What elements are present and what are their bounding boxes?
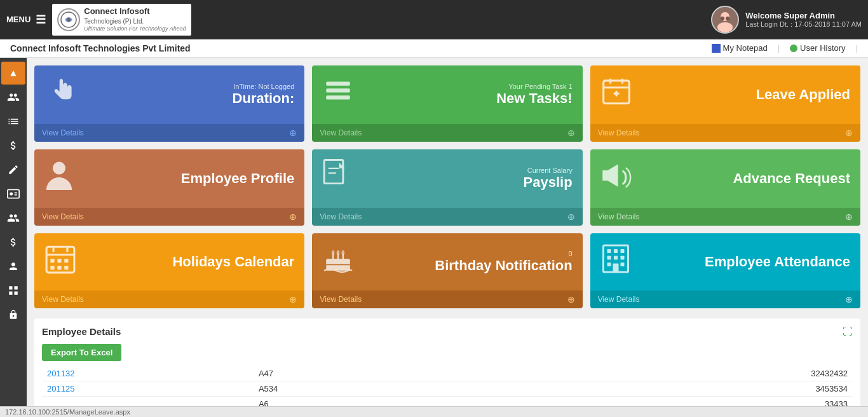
arrow-icon-profile: ⊕ xyxy=(289,212,297,222)
svg-rect-20 xyxy=(57,266,61,270)
card-view-holidays[interactable]: View Details xyxy=(42,295,84,304)
sidebar-item-dollar[interactable] xyxy=(1,134,25,157)
emp-col5-1 xyxy=(532,366,590,381)
menu-label: MENU xyxy=(6,15,31,24)
card-view-attendance[interactable]: View Details xyxy=(42,128,84,137)
card-text-birthday: 0 Birthday Notification xyxy=(435,250,572,274)
svg-rect-18 xyxy=(64,259,68,263)
user-history-link[interactable]: User History xyxy=(790,43,846,53)
building-icon xyxy=(600,243,631,281)
sidebar-item-lock[interactable] xyxy=(1,303,25,326)
card-view-tasks[interactable]: View Details xyxy=(320,128,362,137)
card-footer-holidays[interactable]: View Details ⊕ xyxy=(34,291,304,308)
card-employee-profile[interactable]: Employee Profile View Details ⊕ xyxy=(34,149,304,226)
export-to-excel-button[interactable]: Export To Excel xyxy=(42,344,121,361)
arrow-icon-tasks: ⊕ xyxy=(567,128,575,138)
employee-section-title: Employee Details xyxy=(42,326,121,337)
card-new-tasks[interactable]: Your Pending Task 1 New Tasks! View Deta… xyxy=(312,65,582,142)
emp-col5-2 xyxy=(532,381,590,396)
emp-code-1: A47 xyxy=(254,366,419,381)
svg-rect-34 xyxy=(614,256,618,259)
card-text-holidays: Holidays Calendar xyxy=(172,254,294,270)
calendar-plus-icon xyxy=(600,76,632,114)
card-body-profile: Employee Profile xyxy=(34,149,304,208)
card-advance-request[interactable]: Advance Request View Details ⊕ xyxy=(590,149,860,226)
emp-id-1[interactable]: 201132 xyxy=(42,366,254,381)
card-footer-advance[interactable]: View Details ⊕ xyxy=(590,208,860,226)
sidebar-item-people2[interactable] xyxy=(1,207,25,229)
welcome-text: Welcome Super Admin xyxy=(745,11,862,20)
notepad-icon xyxy=(712,44,721,53)
menu-section: MENU ☰ xyxy=(6,13,46,27)
svg-point-26 xyxy=(332,250,335,255)
table-row: 201132 A47 32432432 xyxy=(42,366,853,381)
card-text-profile: Employee Profile xyxy=(181,170,295,187)
history-dot-icon xyxy=(790,44,797,52)
emp-col5-3 xyxy=(532,396,590,406)
card-employee-attendance[interactable]: Employee Attendance View Details ⊕ xyxy=(590,233,860,308)
card-view-payslip[interactable]: View Details xyxy=(320,212,362,221)
card-footer-profile[interactable]: View Details ⊕ xyxy=(34,208,304,226)
main-layout: ▲ xyxy=(0,58,868,406)
svg-point-4 xyxy=(717,22,733,32)
card-leave-applied[interactable]: Leave Applied View Details ⊕ xyxy=(590,65,860,142)
sidebar-item-users[interactable] xyxy=(1,86,25,109)
card-attendance[interactable]: InTime: Not Logged Duration: View Detail… xyxy=(34,65,304,142)
card-footer-leave[interactable]: View Details ⊕ xyxy=(590,124,860,142)
card-text-payslip: Current Salary Payslip xyxy=(524,167,573,191)
svg-rect-11 xyxy=(327,95,351,99)
card-footer-payslip[interactable]: View Details ⊕ xyxy=(312,208,582,226)
sub-header: Connect Infosoft Technologies Pvt Limite… xyxy=(0,39,868,58)
card-title-holidays: Holidays Calendar xyxy=(172,254,294,270)
svg-rect-38 xyxy=(613,263,618,272)
emp-id-3[interactable] xyxy=(42,396,254,406)
emp-id-2[interactable]: 201125 xyxy=(42,381,254,396)
sidebar-item-edit[interactable] xyxy=(1,158,25,181)
card-payslip[interactable]: Current Salary Payslip View Details ⊕ xyxy=(312,149,582,226)
last-login-text: Last Login Dt. : 17-05-2018 11:07 AM xyxy=(745,20,862,28)
card-footer-emp-attendance[interactable]: View Details ⊕ xyxy=(590,291,860,308)
card-view-leave[interactable]: View Details xyxy=(598,128,640,137)
card-birthday[interactable]: 0 Birthday Notification View Details ⊕ xyxy=(312,233,582,308)
avatar-svg xyxy=(712,7,738,32)
card-body-attendance: InTime: Not Logged Duration: xyxy=(34,65,304,124)
card-view-emp-attendance[interactable]: View Details xyxy=(598,295,640,304)
view-details-holidays: View Details xyxy=(42,295,84,304)
employee-table: 201132 A47 32432432 201125 A534 3453534 xyxy=(42,366,853,406)
svg-rect-17 xyxy=(57,259,61,263)
hamburger-icon[interactable]: ☰ xyxy=(36,13,46,27)
expand-icon[interactable]: ⛶ xyxy=(843,326,853,338)
arrow-icon-leave: ⊕ xyxy=(845,128,853,138)
sidebar-item-id[interactable] xyxy=(1,182,25,205)
sidebar-item-list[interactable] xyxy=(1,110,25,133)
card-footer-birthday[interactable]: View Details ⊕ xyxy=(312,291,582,308)
view-details-emp-attendance: View Details xyxy=(598,295,640,304)
logo-tagline: Ultimate Solution For Technology Ahead xyxy=(84,25,186,33)
card-view-birthday[interactable]: View Details xyxy=(320,295,362,304)
card-body-advance: Advance Request xyxy=(590,149,860,208)
notepad-link[interactable]: My Notepad xyxy=(712,43,768,53)
card-view-advance[interactable]: View Details xyxy=(598,212,640,221)
employee-table-body: 201132 A47 32432432 201125 A534 3453534 xyxy=(42,366,853,406)
svg-rect-32 xyxy=(620,249,624,253)
sidebar-item-profile[interactable] xyxy=(1,255,25,278)
divider-1: | xyxy=(778,43,780,53)
sidebar-item-grid[interactable] xyxy=(1,279,25,302)
sidebar-item-dollar2[interactable] xyxy=(1,231,25,254)
card-footer-attendance[interactable]: View Details ⊕ xyxy=(34,124,304,142)
card-subtitle-attendance: InTime: Not Logged xyxy=(233,83,295,90)
card-view-profile[interactable]: View Details xyxy=(42,212,84,221)
card-title-advance: Advance Request xyxy=(733,170,850,187)
logo-brand: Connect Infosoft xyxy=(84,6,186,17)
svg-rect-19 xyxy=(50,266,54,270)
table-row: A6 33433 xyxy=(42,396,853,406)
card-holidays[interactable]: Holidays Calendar View Details ⊕ xyxy=(34,233,304,308)
view-details-attendance: View Details xyxy=(42,128,84,137)
card-text-emp-attendance: Employee Attendance xyxy=(705,254,850,270)
sidebar-item-home[interactable]: ▲ xyxy=(1,62,25,85)
emp-col4-3 xyxy=(476,396,533,406)
notepad-label: My Notepad xyxy=(723,43,768,53)
card-footer-tasks[interactable]: View Details ⊕ xyxy=(312,124,582,142)
card-body-payslip: Current Salary Payslip xyxy=(312,149,582,208)
card-body-holidays: Holidays Calendar xyxy=(34,233,304,291)
